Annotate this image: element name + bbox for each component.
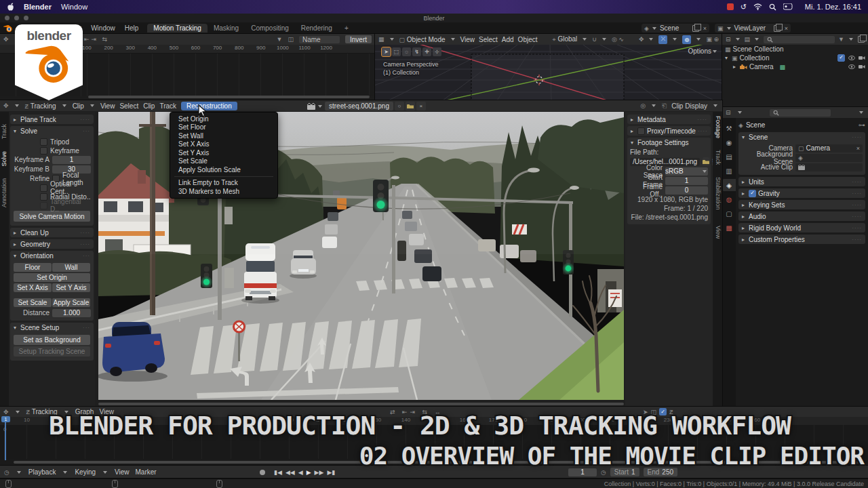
- outliner-row-camera[interactable]: ▸ Camera ▩: [722, 62, 868, 71]
- control-center-icon[interactable]: [783, 3, 793, 10]
- clip-view-dropdown[interactable]: Clip: [73, 102, 84, 110]
- tab-annotation[interactable]: Annotation: [1, 178, 7, 207]
- menu-item-set-y-axis[interactable]: Set Y Axis: [170, 148, 277, 157]
- panel-clean-up[interactable]: ▸Clean Up····: [10, 228, 94, 237]
- clip-menu-track[interactable]: Track: [159, 102, 176, 110]
- active-clip-field[interactable]: [795, 163, 863, 171]
- snap-icon[interactable]: ∪: [592, 36, 597, 43]
- panel-geometry[interactable]: ▸Geometry····: [10, 239, 94, 249]
- auto-key-icon[interactable]: [260, 470, 265, 475]
- use-preview-range-icon[interactable]: ◷: [601, 469, 606, 476]
- open-clip-folder-icon[interactable]: [406, 102, 415, 110]
- tab-render-icon[interactable]: ◉: [722, 136, 736, 148]
- tab-physics-icon[interactable]: ▩: [722, 222, 736, 234]
- clip-editor-icon[interactable]: ✥: [3, 102, 9, 109]
- menu-item-set-origin[interactable]: Set Origin: [170, 115, 277, 123]
- properties-search-input[interactable]: [770, 109, 831, 117]
- name-filter-input[interactable]: Name: [299, 36, 340, 43]
- panel-proxy-timecode[interactable]: ▸Proxy/Timecode····: [627, 126, 711, 136]
- tab-tool-icon[interactable]: ⚒: [722, 122, 736, 134]
- outliner-editor-icon[interactable]: ⊟: [726, 36, 731, 43]
- select-circle-tool-icon[interactable]: ◌: [402, 47, 411, 56]
- panel-rigid-body-world[interactable]: ▸Rigid Body World····: [738, 223, 865, 232]
- tab-object-icon[interactable]: ▢: [722, 207, 736, 220]
- keying-menu[interactable]: Keying: [75, 468, 96, 476]
- panel-audio[interactable]: ▸Audio····: [738, 211, 865, 221]
- hide-eye-icon[interactable]: [848, 56, 855, 60]
- tab-motion-tracking[interactable]: Motion Tracking: [147, 24, 208, 33]
- menu-window[interactable]: Window: [86, 24, 120, 32]
- panel-scene-setup-header[interactable]: ▾Scene Setup···: [10, 323, 94, 332]
- frame-offset-field[interactable]: 0: [665, 186, 708, 195]
- gravity-checkbox[interactable]: ✓: [749, 190, 756, 197]
- clip-menu-view[interactable]: View: [100, 102, 115, 110]
- select-box-tool-icon[interactable]: ⬚: [392, 47, 401, 56]
- panel-orientation-header[interactable]: ▾Orientation···: [10, 251, 94, 260]
- jump-to-end-button[interactable]: ▶▮: [327, 469, 335, 476]
- panel-scene-header[interactable]: ▾Scene····: [738, 132, 865, 142]
- timeline-editor-icon[interactable]: ◷: [4, 469, 9, 476]
- shading-mode-icon[interactable]: ◍: [682, 35, 691, 44]
- remove-viewlayer-icon[interactable]: ×: [785, 25, 788, 32]
- tab-compositing[interactable]: Compositing: [245, 24, 295, 33]
- proportional-edit-icon[interactable]: ◎ ∿: [612, 36, 624, 43]
- unlink-clip-icon[interactable]: ×: [416, 102, 426, 110]
- menu-item-set-x-axis[interactable]: Set X Axis: [170, 140, 277, 149]
- viewport-view-menu[interactable]: View: [460, 36, 475, 43]
- properties-editor-icon[interactable]: ⊟: [726, 109, 731, 116]
- tab-solve[interactable]: Solve: [1, 151, 7, 167]
- wall-button[interactable]: Wall: [52, 263, 90, 272]
- render-preview-icon[interactable]: ▣ ⊕: [706, 36, 719, 43]
- timeline-view-menu[interactable]: View: [115, 468, 130, 476]
- expand-icon[interactable]: ▾: [725, 55, 728, 61]
- jump-to-start-button[interactable]: ▮◀: [274, 469, 282, 476]
- mode-dropdown[interactable]: ▢ Object Mode: [399, 36, 446, 43]
- new-scene-icon[interactable]: [692, 25, 699, 32]
- tripod-row[interactable]: Tripod: [40, 138, 91, 146]
- invert-filter-button[interactable]: Invert: [345, 35, 372, 43]
- background-scene-field[interactable]: ◈: [795, 154, 863, 162]
- tab-view[interactable]: View: [715, 226, 722, 239]
- macos-window-menu[interactable]: Window: [61, 3, 87, 11]
- tab-output-icon[interactable]: ▤: [722, 150, 736, 163]
- prev-keyframe-button[interactable]: ◀◀: [285, 469, 295, 476]
- tab-stabilization[interactable]: Stabilization: [715, 177, 722, 210]
- clip-display-dropdown[interactable]: Clip Display: [671, 102, 707, 110]
- outliner-display-mode-icon[interactable]: ▤: [745, 36, 751, 43]
- tab-viewlayer-icon[interactable]: ▥: [722, 165, 736, 177]
- floor-button[interactable]: Floor: [14, 263, 52, 272]
- select-tool-icon[interactable]: ➤: [382, 47, 391, 56]
- history-icon[interactable]: ↺: [741, 3, 747, 12]
- set-origin-button[interactable]: Set Origin: [14, 273, 90, 282]
- panel-plane-track[interactable]: ▸Plane Track····: [10, 115, 94, 124]
- playback-menu[interactable]: Playback: [28, 468, 56, 476]
- panel-units[interactable]: ▸Units····: [738, 177, 865, 186]
- optical-center-checkbox[interactable]: [40, 184, 47, 192]
- transform-orientation-dropdown[interactable]: ⌖ Global: [553, 35, 578, 43]
- prev-frame-button[interactable]: ◀: [298, 469, 303, 476]
- proportional-icon[interactable]: ⎗: [662, 102, 667, 110]
- graph-playhead-frame[interactable]: 1: [1, 416, 10, 422]
- graph-editor-icon[interactable]: ✥: [3, 409, 9, 415]
- start-frame-field[interactable]: 1: [665, 177, 708, 185]
- new-viewlayer-icon[interactable]: [774, 25, 781, 32]
- tab-world-icon[interactable]: ◍: [722, 193, 736, 205]
- panel-keying-sets[interactable]: ▸Keying Sets····: [738, 200, 865, 209]
- clip-menu-select[interactable]: Select: [119, 102, 138, 110]
- blender-app-icon[interactable]: [3, 24, 13, 33]
- keyframe-a-field[interactable]: 1: [52, 156, 91, 164]
- ghost-filter-icon[interactable]: ◫: [288, 36, 294, 43]
- panel-gravity[interactable]: ▸✓Gravity····: [738, 188, 865, 198]
- disable-render-camera-icon[interactable]: [859, 56, 865, 60]
- clip-menu-clip[interactable]: Clip: [143, 102, 155, 110]
- viewport-options-dropdown[interactable]: Options: [688, 47, 718, 55]
- browse-folder-icon[interactable]: [703, 157, 709, 166]
- set-scale-button[interactable]: Set Scale: [14, 298, 52, 307]
- filter-funnel-icon[interactable]: ▼: [277, 36, 283, 43]
- browse-clip-icon[interactable]: [318, 105, 322, 108]
- unlink-scene-icon[interactable]: ×: [703, 25, 707, 32]
- optical-center-row[interactable]: Optical Cent..: [40, 184, 91, 192]
- dopesheet-editor-icon[interactable]: ✥: [3, 36, 9, 43]
- record-indicator-icon[interactable]: [727, 3, 734, 10]
- color-space-dropdown[interactable]: sRGB: [665, 167, 708, 176]
